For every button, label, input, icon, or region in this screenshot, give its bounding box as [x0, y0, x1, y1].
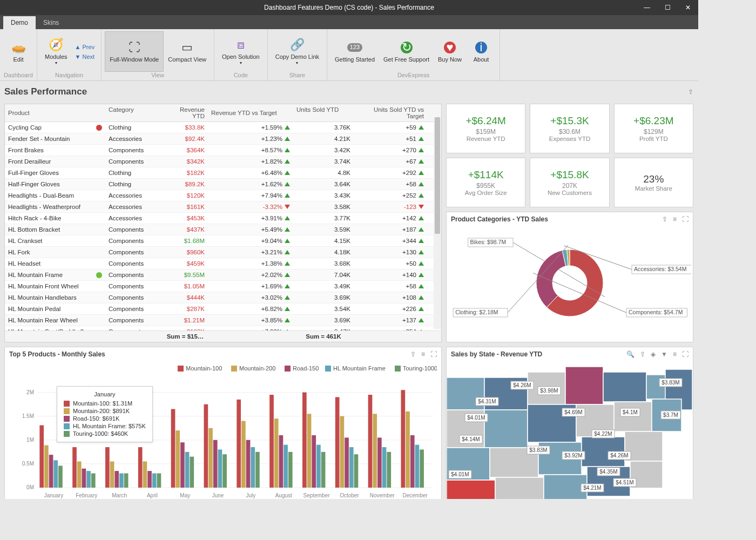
svg-rect-2 [231, 366, 237, 372]
svg-rect-35 [119, 474, 124, 488]
minimize-button[interactable]: — [637, 0, 657, 15]
drill-icon[interactable]: ≡ [421, 350, 425, 358]
layers-icon[interactable]: ◈ [651, 350, 656, 358]
table-row[interactable]: HL Mountain PedalComponents$287K+6.82%3.… [5, 303, 441, 315]
svg-text:$4.22M: $4.22M [594, 431, 612, 437]
svg-rect-41 [152, 474, 157, 488]
table-row[interactable]: Hitch Rack - 4-BikeAccessories$453K+3.91… [5, 213, 441, 224]
table-row[interactable]: Half-Finger GlovesClothing$89.2K+1.62%3.… [5, 179, 441, 190]
svg-rect-51 [208, 428, 213, 488]
svg-text:$4.14M: $4.14M [462, 436, 480, 442]
table-row[interactable]: HL Mountain FrameComponents$9.55M+2.02%7… [5, 269, 441, 281]
copy-demo-link-button[interactable]: 🔗Copy Demo Link▾ [271, 31, 323, 72]
search-icon[interactable]: 🔍 [626, 350, 634, 358]
filter-icon[interactable]: ▼ [661, 350, 667, 358]
kpi-grid: +$6.24M$159MRevenue YTD+$15.3K$30.6MExpe… [446, 104, 693, 207]
compact-view-button[interactable]: ▭Compact View [164, 31, 211, 72]
export-icon[interactable]: ⇪ [410, 350, 416, 358]
svg-text:$4.1M: $4.1M [623, 409, 638, 415]
svg-rect-57 [241, 421, 246, 488]
get-free-support-button[interactable]: ↻Get Free Support [379, 31, 434, 72]
table-row[interactable]: Cycling CapClothing$33.8K+1.59%3.76K+59 [5, 122, 441, 133]
table-row[interactable]: HL ForkComponents$960K+3.21%4.18K+130 [5, 247, 441, 258]
export-icon[interactable]: ⇪ [688, 88, 693, 96]
svg-rect-28 [82, 469, 86, 488]
svg-rect-70 [312, 435, 316, 488]
svg-rect-86 [401, 390, 406, 488]
grid-header: Product Category Revenue YTD Revenue YTD… [5, 104, 441, 122]
top5-bar-chart: Top 5 Products - Monthly Sales ⇪≡⛶ Mount… [4, 347, 442, 499]
kpi-card[interactable]: 23%Market Share [614, 158, 693, 207]
svg-text:$4.26M: $4.26M [610, 453, 628, 458]
table-row[interactable]: Headlights - Dual-BeamAccessories$120K+7… [5, 190, 441, 201]
table-row[interactable]: Front DerailleurComponents$342K+1.82%3.7… [5, 156, 441, 167]
svg-rect-75 [340, 416, 345, 488]
drill-icon[interactable]: ≡ [673, 215, 677, 223]
svg-rect-69 [307, 414, 312, 488]
table-row[interactable]: Front BrakesComponents$364K+8.57%3.42K+2… [5, 145, 441, 156]
svg-text:Clothing: $2.18M: Clothing: $2.18M [455, 309, 498, 315]
table-row[interactable]: HL HeadsetComponents$459K+1.38%3.68K+50 [5, 258, 441, 269]
map-svg[interactable]: $4.26M$4.31M$3.98M$4.69M$4.1M$3.7M$3.83M… [447, 361, 693, 499]
grid-scrollbar[interactable] [434, 117, 441, 329]
table-row[interactable]: HL Mountain Seat/Saddle 2Components$183K… [5, 326, 441, 330]
maximize-button[interactable]: ☐ [657, 0, 678, 15]
close-button[interactable]: ✕ [678, 0, 698, 15]
tab-demo[interactable]: Demo [3, 16, 36, 29]
svg-rect-82 [377, 437, 382, 488]
svg-rect-60 [255, 452, 260, 488]
svg-rect-27 [77, 462, 82, 488]
prev-button[interactable]: ▲ Prev [75, 42, 95, 52]
drill-icon[interactable]: ≡ [673, 350, 677, 358]
table-row[interactable]: Headlights - WeatherproofAccessories$161… [5, 201, 441, 213]
svg-text:January: January [44, 492, 64, 498]
kpi-card[interactable]: +$6.24M$159MRevenue YTD [446, 104, 525, 153]
svg-rect-52 [213, 440, 218, 488]
svg-rect-123 [495, 477, 544, 499]
svg-rect-74 [335, 397, 340, 488]
kpi-card[interactable]: +$114K$955KAvg Order Size [446, 158, 525, 207]
svg-rect-83 [382, 447, 387, 488]
svg-text:February: February [76, 492, 97, 498]
edit-button[interactable]: 🥧Edit [3, 31, 33, 72]
svg-text:April: April [147, 492, 158, 498]
table-row[interactable]: HL Mountain HandlebarsComponents$444K+3.… [5, 292, 441, 303]
maximize-icon[interactable]: ⛶ [682, 350, 688, 358]
svg-text:$4.35M: $4.35M [599, 469, 617, 475]
about-button[interactable]: iAbout [466, 31, 496, 72]
kpi-card[interactable]: +$6.23M$129MProfit YTD [614, 104, 693, 153]
map-title: Sales by State - Revenue YTD [451, 350, 542, 358]
table-row[interactable]: HL Mountain Rear WheelComponents$1.21M+3… [5, 315, 441, 326]
table-row[interactable]: Full-Finger GlovesClothing$182K+6.48%4.8… [5, 167, 441, 179]
svg-rect-45 [176, 430, 180, 488]
maximize-icon[interactable]: ⛶ [682, 215, 688, 223]
svg-rect-108 [603, 372, 646, 402]
table-row[interactable]: HL Mountain Front WheelComponents$1.05M+… [5, 281, 441, 292]
getting-started-button[interactable]: 123Getting Started [330, 31, 379, 72]
export-icon[interactable]: ⇪ [640, 350, 645, 358]
svg-rect-56 [237, 400, 241, 488]
svg-rect-26 [72, 447, 77, 488]
table-row[interactable]: HL Bottom BracketComponents$437K+5.49%3.… [5, 224, 441, 235]
kpi-card[interactable]: +$15.3K$30.6MExpenses YTD [530, 104, 609, 153]
donut-svg[interactable]: Bikes: $98.7MComponents: $54.7MAccessori… [448, 226, 691, 334]
svg-rect-53 [218, 449, 222, 488]
svg-rect-64 [279, 435, 284, 488]
table-row[interactable]: HL CranksetComponents$1.68M+9.04%4.15K+3… [5, 235, 441, 247]
svg-rect-72 [321, 452, 326, 488]
svg-text:Road-150: Road-150 [293, 365, 319, 372]
maximize-icon[interactable]: ⛶ [430, 350, 437, 358]
modules-button[interactable]: 🧭Modules▾ [40, 31, 72, 72]
buy-now-button[interactable]: ♥Buy Now [434, 31, 466, 72]
svg-rect-122 [447, 480, 495, 499]
export-icon[interactable]: ⇪ [662, 215, 667, 223]
svg-rect-34 [114, 471, 119, 488]
svg-rect-24 [58, 465, 63, 488]
open-solution-button[interactable]: ⧈Open Solution▾ [218, 31, 264, 72]
full-window-mode-button[interactable]: ⛶Full-Window Mode [105, 31, 164, 72]
svg-rect-88 [410, 435, 415, 488]
next-button[interactable]: ▼ Next [75, 52, 95, 62]
kpi-card[interactable]: +$15.8K207KNew Customers [530, 158, 609, 207]
tab-skins[interactable]: Skins [36, 16, 66, 29]
table-row[interactable]: Fender Set - MountainAccessories$92.4K+1… [5, 133, 441, 145]
